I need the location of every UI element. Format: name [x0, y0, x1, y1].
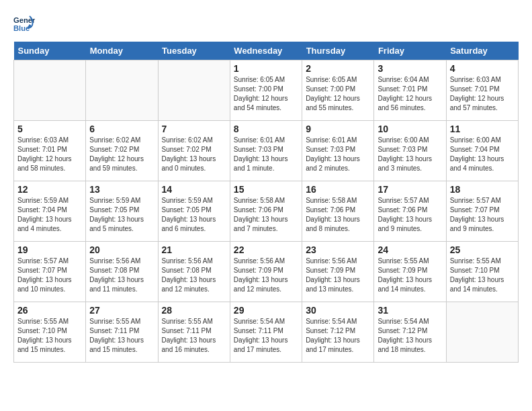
day-info: Sunrise: 6:03 AM Sunset: 7:01 PM Dayligh…	[17, 136, 82, 173]
calendar-cell: 24Sunrise: 5:55 AM Sunset: 7:09 PM Dayli…	[374, 242, 446, 302]
day-number: 19	[17, 244, 82, 255]
day-info: Sunrise: 6:02 AM Sunset: 7:02 PM Dayligh…	[162, 136, 226, 173]
calendar-cell: 13Sunrise: 5:59 AM Sunset: 7:05 PM Dayli…	[86, 181, 158, 242]
day-info: Sunrise: 5:55 AM Sunset: 7:10 PM Dayligh…	[17, 317, 82, 355]
day-number: 8	[234, 124, 298, 134]
calendar-cell: 4Sunrise: 6:03 AM Sunset: 7:01 PM Daylig…	[446, 60, 518, 121]
day-number: 2	[306, 63, 370, 74]
column-header-tuesday: Tuesday	[158, 42, 230, 60]
column-header-monday: Monday	[86, 42, 158, 60]
calendar-cell: 7Sunrise: 6:02 AM Sunset: 7:02 PM Daylig…	[158, 121, 230, 181]
column-header-sunday: Sunday	[14, 42, 86, 60]
day-info: Sunrise: 5:56 AM Sunset: 7:08 PM Dayligh…	[162, 257, 226, 294]
day-number: 25	[450, 244, 515, 255]
header-row: SundayMondayTuesdayWednesdayThursdayFrid…	[14, 42, 519, 60]
day-number: 11	[450, 124, 515, 134]
day-number: 30	[306, 305, 370, 316]
calendar-cell: 1Sunrise: 6:05 AM Sunset: 7:00 PM Daylig…	[230, 60, 302, 121]
week-row-5: 26Sunrise: 5:55 AM Sunset: 7:10 PM Dayli…	[14, 302, 519, 363]
day-info: Sunrise: 6:03 AM Sunset: 7:01 PM Dayligh…	[450, 75, 515, 113]
day-info: Sunrise: 5:55 AM Sunset: 7:10 PM Dayligh…	[450, 257, 515, 294]
day-info: Sunrise: 5:57 AM Sunset: 7:07 PM Dayligh…	[450, 196, 515, 234]
day-info: Sunrise: 5:59 AM Sunset: 7:05 PM Dayligh…	[162, 196, 226, 234]
calendar-cell: 25Sunrise: 5:55 AM Sunset: 7:10 PM Dayli…	[446, 242, 518, 302]
day-info: Sunrise: 6:02 AM Sunset: 7:02 PM Dayligh…	[89, 136, 154, 173]
column-header-wednesday: Wednesday	[230, 42, 302, 60]
day-info: Sunrise: 5:56 AM Sunset: 7:09 PM Dayligh…	[234, 257, 298, 294]
day-number: 13	[89, 184, 154, 195]
calendar-cell	[14, 60, 86, 121]
calendar-cell: 15Sunrise: 5:58 AM Sunset: 7:06 PM Dayli…	[230, 181, 302, 242]
day-number: 5	[17, 124, 82, 134]
day-info: Sunrise: 5:58 AM Sunset: 7:06 PM Dayligh…	[306, 196, 370, 234]
day-number: 9	[306, 124, 370, 134]
day-info: Sunrise: 5:59 AM Sunset: 7:05 PM Dayligh…	[89, 196, 154, 234]
calendar-cell: 31Sunrise: 5:54 AM Sunset: 7:12 PM Dayli…	[374, 302, 446, 363]
day-number: 6	[89, 124, 154, 134]
calendar-cell: 5Sunrise: 6:03 AM Sunset: 7:01 PM Daylig…	[14, 121, 86, 181]
day-number: 10	[378, 124, 442, 134]
calendar-cell: 8Sunrise: 6:01 AM Sunset: 7:03 PM Daylig…	[230, 121, 302, 181]
day-info: Sunrise: 5:56 AM Sunset: 7:08 PM Dayligh…	[89, 257, 154, 294]
logo: General Blue	[13, 13, 38, 35]
calendar-cell	[446, 302, 518, 363]
logo-icon: General Blue	[13, 13, 35, 35]
day-info: Sunrise: 5:54 AM Sunset: 7:12 PM Dayligh…	[306, 317, 370, 355]
day-info: Sunrise: 5:54 AM Sunset: 7:11 PM Dayligh…	[234, 317, 298, 355]
day-info: Sunrise: 6:04 AM Sunset: 7:01 PM Dayligh…	[378, 75, 442, 113]
day-number: 29	[234, 305, 298, 316]
calendar-cell: 30Sunrise: 5:54 AM Sunset: 7:12 PM Dayli…	[302, 302, 374, 363]
day-number: 18	[450, 184, 515, 195]
calendar-cell: 29Sunrise: 5:54 AM Sunset: 7:11 PM Dayli…	[230, 302, 302, 363]
calendar-cell: 3Sunrise: 6:04 AM Sunset: 7:01 PM Daylig…	[374, 60, 446, 121]
day-number: 16	[306, 184, 370, 195]
calendar-cell: 21Sunrise: 5:56 AM Sunset: 7:08 PM Dayli…	[158, 242, 230, 302]
calendar-cell: 6Sunrise: 6:02 AM Sunset: 7:02 PM Daylig…	[86, 121, 158, 181]
calendar-cell: 28Sunrise: 5:55 AM Sunset: 7:11 PM Dayli…	[158, 302, 230, 363]
week-row-4: 19Sunrise: 5:57 AM Sunset: 7:07 PM Dayli…	[14, 242, 519, 302]
column-header-thursday: Thursday	[302, 42, 374, 60]
day-info: Sunrise: 5:55 AM Sunset: 7:09 PM Dayligh…	[378, 257, 442, 294]
day-number: 12	[17, 184, 82, 195]
day-number: 22	[234, 244, 298, 255]
column-header-saturday: Saturday	[446, 42, 518, 60]
calendar-cell	[158, 60, 230, 121]
day-number: 26	[17, 305, 82, 316]
day-number: 24	[378, 244, 442, 255]
calendar-cell: 14Sunrise: 5:59 AM Sunset: 7:05 PM Dayli…	[158, 181, 230, 242]
calendar-cell: 22Sunrise: 5:56 AM Sunset: 7:09 PM Dayli…	[230, 242, 302, 302]
day-number: 23	[306, 244, 370, 255]
calendar-cell: 12Sunrise: 5:59 AM Sunset: 7:04 PM Dayli…	[14, 181, 86, 242]
calendar-cell: 18Sunrise: 5:57 AM Sunset: 7:07 PM Dayli…	[446, 181, 518, 242]
week-row-1: 1Sunrise: 6:05 AM Sunset: 7:00 PM Daylig…	[14, 60, 519, 121]
column-header-friday: Friday	[374, 42, 446, 60]
day-number: 31	[378, 305, 442, 316]
calendar-cell: 10Sunrise: 6:00 AM Sunset: 7:03 PM Dayli…	[374, 121, 446, 181]
day-info: Sunrise: 5:55 AM Sunset: 7:11 PM Dayligh…	[89, 317, 154, 355]
day-info: Sunrise: 6:05 AM Sunset: 7:00 PM Dayligh…	[234, 75, 298, 113]
day-number: 7	[162, 124, 226, 134]
day-info: Sunrise: 6:00 AM Sunset: 7:03 PM Dayligh…	[378, 136, 442, 173]
day-info: Sunrise: 5:55 AM Sunset: 7:11 PM Dayligh…	[162, 317, 226, 355]
calendar-cell	[86, 60, 158, 121]
calendar-cell: 11Sunrise: 6:00 AM Sunset: 7:04 PM Dayli…	[446, 121, 518, 181]
calendar-cell: 9Sunrise: 6:01 AM Sunset: 7:03 PM Daylig…	[302, 121, 374, 181]
day-number: 3	[378, 63, 442, 74]
calendar-cell: 19Sunrise: 5:57 AM Sunset: 7:07 PM Dayli…	[14, 242, 86, 302]
day-info: Sunrise: 6:01 AM Sunset: 7:03 PM Dayligh…	[306, 136, 370, 173]
day-info: Sunrise: 6:00 AM Sunset: 7:04 PM Dayligh…	[450, 136, 515, 173]
day-number: 21	[162, 244, 226, 255]
week-row-3: 12Sunrise: 5:59 AM Sunset: 7:04 PM Dayli…	[14, 181, 519, 242]
calendar-cell: 16Sunrise: 5:58 AM Sunset: 7:06 PM Dayli…	[302, 181, 374, 242]
day-number: 20	[89, 244, 154, 255]
calendar-cell: 26Sunrise: 5:55 AM Sunset: 7:10 PM Dayli…	[14, 302, 86, 363]
week-row-2: 5Sunrise: 6:03 AM Sunset: 7:01 PM Daylig…	[14, 121, 519, 181]
day-number: 17	[378, 184, 442, 195]
day-info: Sunrise: 5:59 AM Sunset: 7:04 PM Dayligh…	[17, 196, 82, 234]
calendar-cell: 27Sunrise: 5:55 AM Sunset: 7:11 PM Dayli…	[86, 302, 158, 363]
day-info: Sunrise: 5:54 AM Sunset: 7:12 PM Dayligh…	[378, 317, 442, 355]
day-info: Sunrise: 5:57 AM Sunset: 7:07 PM Dayligh…	[17, 257, 82, 294]
day-number: 15	[234, 184, 298, 195]
day-number: 27	[89, 305, 154, 316]
day-info: Sunrise: 5:58 AM Sunset: 7:06 PM Dayligh…	[234, 196, 298, 234]
